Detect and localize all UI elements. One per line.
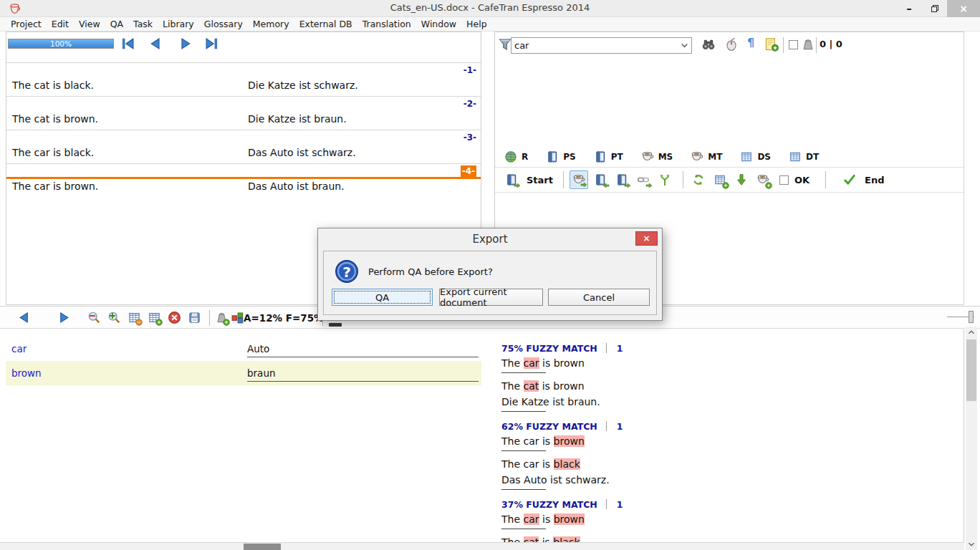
add-to-memory-button[interactable] (754, 170, 772, 189)
menu-memory[interactable]: Memory (248, 19, 294, 29)
export-dialog: Export × Perform QA before Export? QA Ex… (317, 228, 663, 321)
next-segment-button[interactable] (178, 37, 193, 51)
plus-icon (765, 182, 772, 189)
menu-edit[interactable]: Edit (47, 19, 74, 29)
term-target-field[interactable]: braun (247, 363, 479, 382)
segment-source[interactable]: The car is brown. (12, 180, 98, 192)
next-match-button[interactable] (57, 311, 71, 324)
dialog-close-button[interactable]: × (635, 231, 658, 246)
menu-help[interactable]: Help (461, 19, 492, 29)
next-document-segment-button[interactable] (612, 170, 631, 189)
segment-target[interactable]: Das Auto ist braun. (248, 180, 345, 192)
add-entry-row-button[interactable] (148, 311, 161, 324)
remove-entry-button[interactable] (128, 311, 141, 324)
close-button[interactable]: × (947, 0, 980, 17)
scroll-down-button[interactable] (966, 539, 977, 550)
menu-glossary[interactable]: Glossary (199, 19, 248, 29)
restore-button[interactable] (923, 0, 947, 17)
segment-source[interactable]: The cat is black. (12, 79, 94, 91)
segment-target[interactable]: Die Katze ist braun. (248, 113, 347, 125)
transfer-down-button[interactable] (732, 170, 751, 189)
delete-red-x-button[interactable] (168, 311, 181, 324)
start-button[interactable] (502, 170, 521, 189)
menu-task[interactable]: Task (128, 19, 158, 29)
menu-project[interactable]: Project (6, 19, 47, 29)
zoom-out-button[interactable] (87, 311, 101, 324)
tab-db-source[interactable]: DS (740, 150, 771, 163)
save-memory-button[interactable] (188, 311, 201, 324)
tab-memory-source[interactable]: MS (641, 150, 673, 163)
horizontal-scroll-thumb[interactable] (244, 544, 281, 550)
previous-match-button[interactable] (17, 311, 31, 324)
splitter-handle[interactable] (969, 311, 974, 323)
segment-number: -3- (6, 130, 481, 145)
split-segment-button[interactable] (655, 170, 674, 189)
next-untranslated-button[interactable] (570, 170, 588, 189)
scroll-up-button[interactable] (966, 327, 977, 338)
chevron-down-icon[interactable] (679, 40, 690, 51)
add-entry-button[interactable] (764, 37, 779, 52)
term-row[interactable]: car Auto (6, 337, 481, 361)
zoom-in-button[interactable] (107, 311, 121, 324)
segment-source[interactable]: The cat is brown. (12, 113, 98, 125)
last-segment-button[interactable] (204, 37, 218, 51)
segment-source[interactable]: The car is black. (12, 147, 94, 158)
fuzzy-match-block[interactable]: 75% FUZZY MATCH 1 The car is brown The c… (501, 341, 964, 412)
minimize-button[interactable]: – (897, 0, 921, 17)
match-target-line: Die Katze ist braun. (501, 394, 964, 410)
segment-row[interactable]: -3- The car is black. Das Auto ist schwa… (6, 130, 481, 163)
start-label: Start (527, 175, 553, 185)
tab-project-target[interactable]: PT (594, 150, 623, 163)
tab-memory-target[interactable]: MT (691, 150, 722, 163)
mouse-search-button[interactable] (724, 37, 739, 52)
tab-db-target[interactable]: DT (789, 150, 819, 163)
menu-qa[interactable]: QA (105, 19, 128, 29)
add-to-glossary-button[interactable] (711, 170, 729, 189)
horizontal-scrollbar[interactable] (0, 542, 964, 550)
tab-resources[interactable]: R (504, 150, 528, 163)
formatting-pilcrow-button[interactable]: ¶ (747, 36, 754, 49)
term-grid-panel: car Auto brown braun (6, 331, 481, 539)
term-row-selected[interactable]: brown braun (6, 361, 481, 385)
menu-library[interactable]: Library (158, 19, 199, 29)
segment-row[interactable]: -1- The cat is black. Die Katze ist schw… (6, 62, 481, 96)
match-count: 1 (617, 343, 623, 354)
ok-checkbox[interactable] (779, 175, 789, 185)
match-source-line: The cat is brown (501, 378, 964, 394)
new-memory-button[interactable] (215, 311, 229, 324)
menu-external-db[interactable]: External DB (294, 19, 357, 29)
previous-document-segment-button[interactable] (591, 170, 610, 189)
resources-cubes-icon[interactable] (231, 311, 244, 324)
fuzzy-match-block[interactable]: 62% FUZZY MATCH 1 The car is brown The c… (501, 419, 964, 490)
search-option-checkbox[interactable] (789, 40, 798, 49)
find-binoculars-button[interactable] (701, 37, 716, 52)
segment-row[interactable]: -2- The cat is brown. Die Katze ist brau… (6, 96, 481, 130)
filter-funnel-icon[interactable] (498, 37, 512, 52)
vertical-scroll-thumb[interactable] (966, 339, 976, 401)
qa-button[interactable]: QA (332, 289, 433, 306)
segment-target[interactable]: Die Katze ist schwarz. (248, 79, 358, 91)
memory-bag-icon[interactable] (801, 37, 815, 52)
export-current-document-button[interactable]: Export current document (439, 289, 543, 306)
search-input[interactable] (514, 39, 676, 52)
menu-view[interactable]: View (74, 19, 105, 29)
menu-translation[interactable]: Translation (357, 19, 416, 29)
previous-segment-button[interactable] (148, 37, 163, 51)
end-button[interactable] (840, 170, 859, 189)
term-source[interactable]: car (11, 343, 27, 354)
tab-project-source[interactable]: PS (546, 150, 575, 163)
table-grid-icon (740, 150, 753, 163)
restore-icon (931, 4, 939, 13)
refresh-button[interactable] (689, 170, 708, 189)
match-score: 62% FUZZY MATCH (501, 421, 597, 432)
segment-row-active[interactable]: -4- The car is brown. Das Auto ist braun… (6, 163, 481, 197)
vertical-scrollbar[interactable] (966, 327, 977, 550)
auto-assemble-button[interactable] (634, 170, 653, 189)
term-target-field[interactable]: Auto (247, 339, 479, 357)
menu-window[interactable]: Window (416, 19, 461, 29)
first-segment-button[interactable] (121, 37, 135, 51)
cancel-button[interactable]: Cancel (548, 289, 650, 306)
partially-covered-icon[interactable] (329, 323, 342, 327)
term-source[interactable]: brown (11, 367, 42, 379)
segment-target[interactable]: Das Auto ist schwarz. (248, 147, 356, 158)
